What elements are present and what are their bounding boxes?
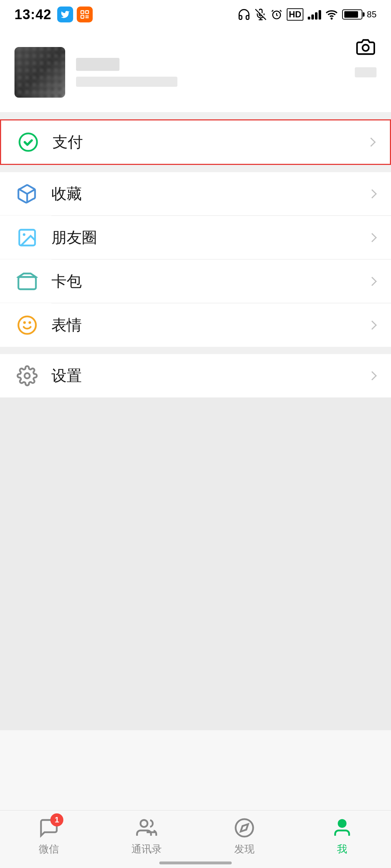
profile-section <box>14 47 377 98</box>
battery-icon: 85 <box>342 9 377 20</box>
tab-discover-icon <box>233 816 256 839</box>
profile-extra-info <box>355 67 377 77</box>
svg-rect-0 <box>81 11 84 14</box>
favorites-icon <box>14 181 40 207</box>
profile-name <box>76 58 119 71</box>
mute-icon <box>255 9 266 20</box>
svg-rect-4 <box>87 15 89 17</box>
section-divider-2 <box>0 165 391 172</box>
cards-icon <box>14 269 40 294</box>
section-divider-1 <box>0 112 391 119</box>
profile-header <box>0 29 391 112</box>
settings-label: 设置 <box>51 366 368 386</box>
svg-rect-1 <box>86 11 89 14</box>
tab-wechat-icon: 1 <box>37 816 60 839</box>
cards-label: 卡包 <box>51 271 368 292</box>
svg-point-16 <box>23 233 25 235</box>
tab-wechat[interactable]: 1 微信 <box>0 816 98 856</box>
settings-arrow <box>368 371 377 380</box>
section-divider-3 <box>0 347 391 354</box>
tab-contacts-icon <box>135 816 158 839</box>
svg-point-24 <box>236 819 253 837</box>
watermark: 智能家 <box>377 804 387 807</box>
svg-point-13 <box>20 133 37 151</box>
menu-item-moments[interactable]: 朋友圈 <box>0 216 391 259</box>
tab-discover[interactable]: 发现 <box>196 816 293 856</box>
menu-item-cards[interactable]: 卡包 <box>0 260 391 303</box>
twitter-notification-icon <box>57 7 73 22</box>
menu-item-payment[interactable]: 支付 <box>1 120 390 164</box>
menu-section-settings: 设置 <box>0 354 391 397</box>
svg-rect-3 <box>86 15 87 17</box>
svg-point-12 <box>362 45 369 51</box>
gray-background <box>0 397 391 730</box>
menu-item-favorites[interactable]: 收藏 <box>0 172 391 216</box>
svg-point-26 <box>339 820 345 827</box>
tab-contacts[interactable]: 通讯录 <box>98 816 196 856</box>
wifi-icon <box>325 8 338 21</box>
tab-me[interactable]: 我 <box>293 816 391 856</box>
tab-me-label: 我 <box>337 842 347 856</box>
notification-app-icons <box>57 7 93 22</box>
svg-point-18 <box>18 316 36 334</box>
alarm-icon <box>271 9 282 20</box>
status-time: 13:42 <box>14 7 51 22</box>
status-bar: 13:42 HD <box>0 0 391 29</box>
menu-item-emotions[interactable]: 表情 <box>0 303 391 347</box>
payment-label: 支付 <box>52 132 367 152</box>
menu-section-middle: 收藏 朋友圈 卡包 <box>0 172 391 347</box>
payment-section-highlighted: 支付 <box>0 119 391 165</box>
profile-wechat-id <box>76 77 177 87</box>
svg-point-22 <box>140 820 147 827</box>
system-status-icons: HD 85 <box>237 8 377 21</box>
moments-label: 朋友圈 <box>51 227 368 248</box>
svg-rect-5 <box>86 17 87 18</box>
svg-point-21 <box>25 373 30 379</box>
payment-arrow <box>367 138 375 146</box>
favorites-label: 收藏 <box>51 184 368 204</box>
avatar[interactable] <box>14 47 65 98</box>
svg-rect-2 <box>81 15 84 18</box>
hd-badge: HD <box>287 8 304 21</box>
moments-icon <box>14 225 40 250</box>
cards-arrow <box>368 277 377 286</box>
wechat-badge: 1 <box>50 813 63 826</box>
tab-me-icon <box>331 816 354 839</box>
tab-wechat-label: 微信 <box>39 842 59 856</box>
favorites-arrow <box>368 190 377 198</box>
svg-rect-6 <box>87 17 89 18</box>
signal-icon <box>308 9 321 20</box>
battery-percent: 85 <box>367 9 377 20</box>
svg-rect-17 <box>18 277 36 289</box>
tab-bar: 1 微信 通讯录 发现 <box>0 810 391 868</box>
headphone-icon <box>237 8 251 21</box>
profile-extra <box>355 67 377 77</box>
profile-info <box>76 58 344 87</box>
svg-marker-25 <box>241 824 248 831</box>
camera-button[interactable] <box>355 36 377 58</box>
tab-discover-label: 发现 <box>234 842 255 856</box>
payment-icon <box>16 129 41 155</box>
home-indicator <box>159 861 232 864</box>
settings-icon <box>14 363 40 388</box>
tab-contacts-label: 通讯录 <box>131 842 162 856</box>
emotions-arrow <box>368 321 377 329</box>
emotions-icon <box>14 312 40 338</box>
emotions-label: 表情 <box>51 315 368 335</box>
camera-icon <box>356 38 375 56</box>
scan-notification-icon <box>77 7 93 22</box>
moments-arrow <box>368 233 377 242</box>
menu-item-settings[interactable]: 设置 <box>0 354 391 397</box>
